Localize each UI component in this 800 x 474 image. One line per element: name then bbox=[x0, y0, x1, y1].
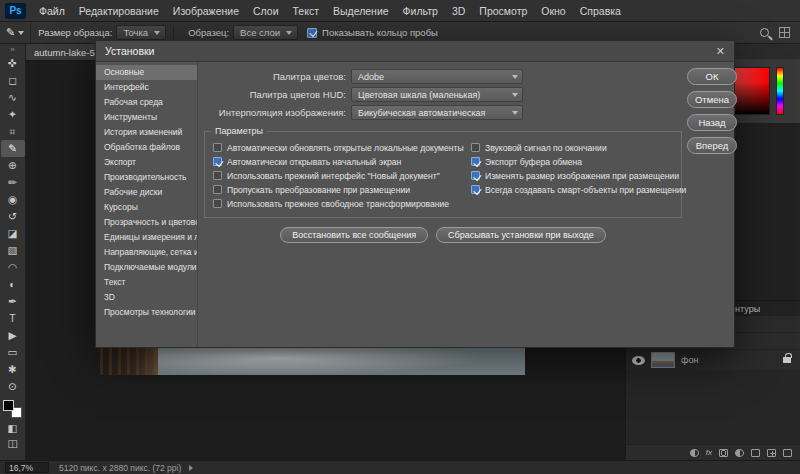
preferences-category[interactable]: Рабочая среда bbox=[96, 95, 197, 110]
prev-button[interactable]: Назад bbox=[687, 114, 737, 131]
checkbox[interactable] bbox=[213, 143, 222, 152]
path-selection-tool[interactable]: ▶ bbox=[1, 327, 25, 344]
menu-item[interactable]: Просмотр bbox=[472, 0, 534, 21]
preferences-category[interactable]: Единицы измерения и линейки bbox=[96, 230, 197, 245]
brush-tool[interactable]: ✏ bbox=[1, 174, 25, 191]
hue-strip[interactable] bbox=[776, 67, 784, 115]
delete-layer-icon[interactable] bbox=[783, 449, 792, 457]
quick-selection-tool[interactable]: ✦ bbox=[1, 106, 25, 123]
layer-group-icon[interactable] bbox=[751, 449, 760, 457]
menu-item[interactable]: Фильтр bbox=[396, 0, 445, 21]
cancel-button[interactable]: Отмена bbox=[687, 91, 737, 108]
layer-mask-icon[interactable] bbox=[719, 449, 728, 457]
healing-brush-tool[interactable]: ⊕ bbox=[1, 157, 25, 174]
preferences-category[interactable]: Просмотры технологии bbox=[96, 305, 197, 320]
toolbar-collapse-icon[interactable]: » bbox=[10, 45, 14, 55]
sample-layers-select[interactable]: Все слои bbox=[233, 25, 298, 40]
options-group: Параметры Автоматически обновлять открыт… bbox=[204, 131, 682, 218]
visibility-eye-icon[interactable] bbox=[632, 356, 645, 365]
menu-item[interactable]: Слои bbox=[246, 0, 286, 21]
menu-item[interactable]: Редактирование bbox=[72, 0, 166, 21]
menu-item[interactable]: Окно bbox=[534, 0, 572, 21]
interpolation-select[interactable]: Бикубическая автоматическая bbox=[351, 105, 523, 120]
search-icon[interactable] bbox=[760, 28, 769, 37]
status-options-arrow[interactable] bbox=[189, 465, 193, 471]
next-button[interactable]: Вперед bbox=[687, 137, 737, 154]
hand-tool[interactable]: ✱ bbox=[1, 361, 25, 378]
menu-item[interactable]: Выделение bbox=[326, 0, 396, 21]
menu-item[interactable]: Справка bbox=[573, 0, 628, 21]
menu-item[interactable]: 3D bbox=[445, 0, 472, 21]
menu-item[interactable]: Файл bbox=[32, 0, 72, 21]
show-sampling-ring-checkbox[interactable] bbox=[307, 28, 317, 38]
type-tool[interactable]: T bbox=[1, 310, 25, 327]
zoom-level-input[interactable]: 16,7% bbox=[5, 462, 49, 473]
checkbox[interactable] bbox=[471, 143, 480, 152]
clone-stamp-tool[interactable]: ◉ bbox=[1, 191, 25, 208]
status-bar: 16,7% 5120 пикс. x 2880 пикс. (72 ppi) bbox=[0, 460, 800, 474]
menu-item[interactable]: Текст bbox=[286, 0, 326, 21]
layer-effects-icon[interactable]: fx bbox=[706, 448, 712, 457]
checkbox[interactable] bbox=[213, 171, 222, 180]
sample-layers-value: Все слои bbox=[240, 27, 280, 38]
color-swatches[interactable] bbox=[2, 400, 24, 421]
new-layer-icon[interactable] bbox=[767, 449, 776, 457]
preferences-category[interactable]: Рабочие диски bbox=[96, 185, 197, 200]
layer-row-background[interactable]: фон bbox=[626, 350, 800, 370]
preferences-category[interactable]: Обработка файлов bbox=[96, 140, 197, 155]
layer-thumbnail[interactable] bbox=[651, 352, 675, 368]
chevron-down-icon bbox=[512, 111, 518, 115]
crop-tool[interactable]: ⌗ bbox=[1, 123, 25, 140]
preferences-category[interactable]: Текст bbox=[96, 275, 197, 290]
color-picker-select[interactable]: Adobe bbox=[351, 69, 523, 84]
dodge-tool[interactable]: ◐ bbox=[1, 276, 25, 293]
eraser-tool[interactable]: ◪ bbox=[1, 225, 25, 242]
lasso-tool[interactable]: ∿ bbox=[1, 89, 25, 106]
sample-label: Образец: bbox=[188, 27, 229, 38]
checkbox[interactable] bbox=[471, 157, 480, 166]
adjustment-layer-icon[interactable] bbox=[735, 449, 744, 457]
reset-preferences-on-quit-button[interactable]: Сбрасывать установки при выходе bbox=[436, 227, 606, 243]
preferences-category[interactable]: Производительность bbox=[96, 170, 197, 185]
link-layers-icon[interactable] bbox=[690, 449, 699, 457]
pen-tool[interactable]: ✒ bbox=[1, 293, 25, 310]
preferences-category[interactable]: Интерфейс bbox=[96, 80, 197, 95]
menu-item[interactable]: Изображение bbox=[166, 0, 246, 21]
preference-option-row: Автоматически обновлять открытые локальн… bbox=[213, 141, 471, 154]
preferences-category[interactable]: Инструменты bbox=[96, 110, 197, 125]
screen-mode-button[interactable]: ◫ bbox=[1, 436, 25, 451]
checkbox[interactable] bbox=[213, 199, 222, 208]
preferences-category[interactable]: Направляющие, сетка и фрагменты bbox=[96, 245, 197, 260]
checkbox[interactable] bbox=[471, 185, 480, 194]
eyedropper-tool[interactable]: ✎ bbox=[1, 140, 25, 157]
reset-all-warnings-button[interactable]: Восстановить все сообщения bbox=[280, 227, 428, 243]
rectangular-marquee-tool[interactable]: ◻ bbox=[1, 72, 25, 89]
zoom-tool[interactable]: ⊙ bbox=[1, 378, 25, 395]
history-brush-tool[interactable]: ↺ bbox=[1, 208, 25, 225]
workspace-switcher-icon[interactable] bbox=[779, 27, 790, 38]
shape-tool[interactable]: ▭ bbox=[1, 344, 25, 361]
tool-list: ✜ ◻ ∿ ✦ ⌗ bbox=[1, 55, 25, 395]
checkbox-label: Звуковой сигнал по окончании bbox=[485, 143, 607, 153]
ok-button[interactable]: ОК bbox=[687, 68, 737, 85]
move-tool[interactable]: ✜ bbox=[1, 55, 25, 72]
preferences-category[interactable]: 3D bbox=[96, 290, 197, 305]
sample-size-select[interactable]: Точка bbox=[116, 25, 166, 40]
checkbox[interactable] bbox=[471, 171, 480, 180]
preferences-category[interactable]: История изменений bbox=[96, 125, 197, 140]
preferences-category[interactable]: Курсоры bbox=[96, 200, 197, 215]
tool-preset-dropdown[interactable]: ✎ bbox=[0, 22, 31, 43]
preferences-category[interactable]: Подключаемые модули bbox=[96, 260, 197, 275]
foreground-color-swatch[interactable] bbox=[3, 400, 14, 411]
preferences-category[interactable]: Экспорт bbox=[96, 155, 197, 170]
checkbox[interactable] bbox=[213, 157, 222, 166]
preferences-category[interactable]: Основные bbox=[96, 65, 197, 80]
blur-tool[interactable]: ◠ bbox=[1, 259, 25, 276]
hud-color-picker-select[interactable]: Цветовая шкала (маленькая) bbox=[351, 87, 523, 102]
preferences-category[interactable]: Прозрачность и цветовой охват bbox=[96, 215, 197, 230]
quick-mask-button[interactable]: ◧ bbox=[1, 421, 25, 436]
gradient-tool[interactable]: ▧ bbox=[1, 242, 25, 259]
checkbox[interactable] bbox=[213, 185, 222, 194]
close-icon[interactable]: ✕ bbox=[716, 46, 725, 57]
dialog-title-bar[interactable]: Установки ✕ bbox=[96, 41, 734, 62]
